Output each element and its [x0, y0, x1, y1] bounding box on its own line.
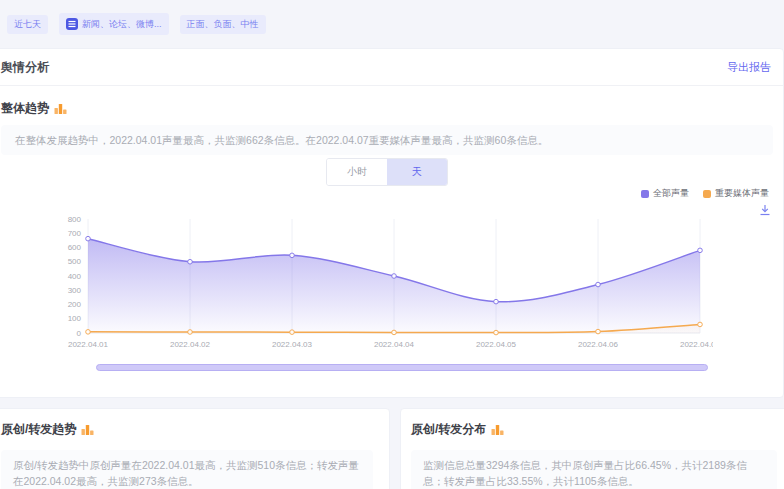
bottom-cards: 原创/转发趋势 原创/转发趋势中原创声量在2022.04.01最高，共监测510… [0, 408, 784, 489]
svg-text:500: 500 [68, 257, 82, 266]
sentiment-chip-label: 正面、负面、中性 [187, 20, 259, 29]
trend-award-icon [491, 424, 504, 436]
legend-label: 重要媒体声量 [715, 187, 769, 200]
legend-marker-purple [641, 190, 649, 198]
source-chip[interactable]: 新闻、论坛、微博... [59, 13, 169, 35]
source-chip-label: 新闻、论坛、微博... [82, 20, 162, 29]
chart-legend: 全部声量 重要媒体声量 [641, 187, 769, 200]
svg-text:300: 300 [68, 286, 82, 295]
original-repost-distribution-summary-text: 监测信息总量3294条信息，其中原创声量占比66.45%，共计2189条信息；转… [423, 459, 747, 487]
page-title: 舆情分析 [1, 59, 49, 76]
sentiment-chip[interactable]: 正面、负面、中性 [180, 15, 266, 34]
svg-text:2022.04.01: 2022.04.01 [68, 340, 109, 349]
original-repost-distribution-summary: 监测信息总量3294条信息，其中原创声量占比66.45%，共计2189条信息；转… [411, 450, 777, 489]
legend-label: 全部声量 [653, 187, 689, 200]
toggle-hour-button[interactable]: 小时 [327, 159, 387, 185]
page: 近七天 新闻、论坛、微博... 正面、负面、中性 舆情分析 导出报告 整体趋势 … [0, 0, 784, 489]
toggle-day-button[interactable]: 天 [387, 159, 447, 185]
svg-text:200: 200 [68, 300, 82, 309]
date-range-chip-label: 近七天 [14, 20, 41, 29]
original-repost-distribution-title: 原创/转发分布 [411, 421, 486, 438]
svg-text:2022.04.07: 2022.04.07 [680, 340, 713, 349]
svg-text:2022.04.05: 2022.04.05 [476, 340, 517, 349]
overall-trend-summary-text: 在整体发展趋势中，2022.04.01声量最高，共监测662条信息。在2022.… [15, 134, 548, 146]
trend-award-icon [54, 103, 67, 115]
original-repost-trend-title: 原创/转发趋势 [1, 421, 76, 438]
original-repost-trend-summary-text: 原创/转发趋势中原创声量在2022.04.01最高，共监测510条信息；转发声量… [13, 459, 359, 487]
export-report-button[interactable]: 导出报告 [727, 60, 771, 75]
svg-text:400: 400 [68, 272, 82, 281]
svg-text:2022.04.04: 2022.04.04 [374, 340, 415, 349]
svg-text:2022.04.02: 2022.04.02 [170, 340, 211, 349]
download-chart-icon[interactable] [759, 202, 771, 220]
svg-text:800: 800 [68, 215, 82, 224]
date-range-chip[interactable]: 近七天 [7, 15, 48, 34]
analysis-card: 舆情分析 导出报告 整体趋势 在整体发展趋势中，2022.04.01声量最高，共… [0, 48, 784, 398]
legend-item-all-volume[interactable]: 全部声量 [641, 187, 689, 200]
overall-trend-title: 整体趋势 [1, 100, 49, 117]
overall-trend-title-row: 整体趋势 [1, 100, 67, 117]
trend-area-chart: 2022.04.012022.04.022022.04.032022.04.04… [48, 211, 713, 361]
original-repost-trend-title-row: 原创/转发趋势 [1, 421, 373, 438]
svg-text:0: 0 [77, 329, 82, 338]
svg-text:700: 700 [68, 229, 82, 238]
source-badge-icon [66, 18, 78, 30]
svg-text:2022.04.03: 2022.04.03 [272, 340, 313, 349]
overall-trend-summary: 在整体发展趋势中，2022.04.01声量最高，共监测662条信息。在2022.… [1, 125, 773, 155]
svg-text:600: 600 [68, 243, 82, 252]
original-repost-distribution-title-row: 原创/转发分布 [411, 421, 777, 438]
svg-text:100: 100 [68, 314, 82, 323]
legend-item-media-volume[interactable]: 重要媒体声量 [703, 187, 769, 200]
svg-text:2022.04.06: 2022.04.06 [578, 340, 619, 349]
filter-chips: 近七天 新闻、论坛、微博... 正面、负面、中性 [7, 13, 266, 35]
original-repost-trend-summary: 原创/转发趋势中原创声量在2022.04.01最高，共监测510条信息；转发声量… [1, 450, 373, 489]
datazoom-slider[interactable] [96, 364, 708, 371]
original-repost-trend-card: 原创/转发趋势 原创/转发趋势中原创声量在2022.04.01最高，共监测510… [0, 408, 390, 489]
original-repost-distribution-card: 原创/转发分布 监测信息总量3294条信息，其中原创声量占比66.45%，共计2… [400, 408, 784, 489]
granularity-toggle: 小时 天 [326, 158, 448, 186]
legend-marker-orange [703, 190, 711, 198]
trend-award-icon [81, 424, 94, 436]
analysis-card-header: 舆情分析 导出报告 [0, 49, 783, 86]
